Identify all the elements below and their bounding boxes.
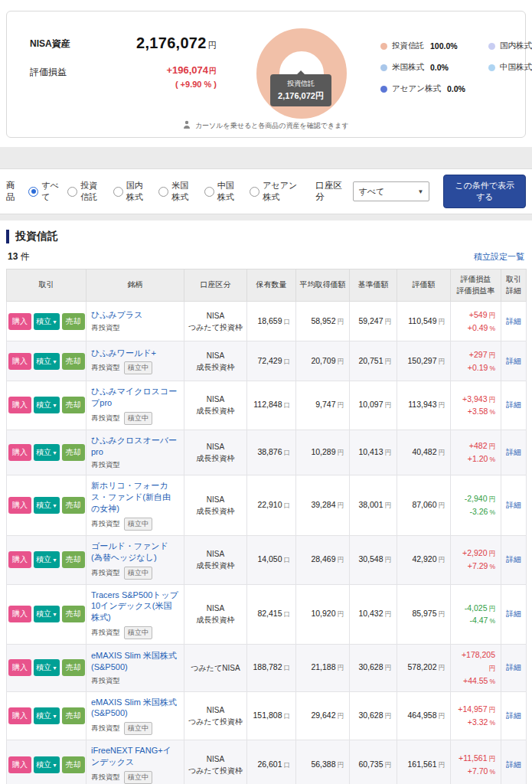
- person-cursor-icon: [183, 120, 191, 129]
- pl-cell: +482円 +1.20%: [451, 430, 501, 475]
- buy-button[interactable]: 購入: [8, 659, 31, 676]
- sell-button[interactable]: 売却: [62, 397, 85, 413]
- pl-rate: +0.19: [468, 363, 488, 372]
- sell-button[interactable]: 売却: [62, 497, 85, 514]
- yen-unit: 円: [385, 761, 392, 769]
- sell-button[interactable]: 売却: [62, 444, 85, 461]
- tsumitate-settings-link[interactable]: 積立設定一覧: [474, 251, 524, 263]
- buy-button[interactable]: 購入: [8, 397, 31, 413]
- radio-icon[interactable]: [204, 187, 214, 197]
- radio-icon[interactable]: [28, 187, 38, 197]
- tsumitate-button[interactable]: 積立▼: [34, 659, 60, 676]
- tsumitate-button[interactable]: 積立▼: [34, 313, 60, 330]
- detail-link[interactable]: 詳細: [506, 448, 521, 456]
- pct-unit: %: [489, 508, 495, 516]
- quantity-cell: 72,429口: [247, 341, 296, 381]
- detail-link[interactable]: 詳細: [506, 609, 521, 618]
- pl-rate: +7.29: [468, 561, 488, 570]
- sell-button[interactable]: 売却: [62, 313, 85, 330]
- buy-button[interactable]: 購入: [8, 444, 31, 461]
- fund-name-link[interactable]: eMAXIS Slim 米国株式(S&P500): [91, 697, 179, 720]
- buy-button[interactable]: 購入: [8, 606, 31, 622]
- product-radio-option[interactable]: アセアン株式: [250, 180, 302, 203]
- valuation-value: 150,297: [408, 356, 437, 365]
- fund-name-link[interactable]: ひふみクロスオーバーpro: [91, 435, 179, 458]
- sell-button[interactable]: 売却: [62, 659, 85, 676]
- buy-button[interactable]: 購入: [8, 353, 31, 370]
- detail-link[interactable]: 詳細: [506, 501, 521, 509]
- avg-price-value: 10,920: [311, 609, 335, 618]
- product-radio-option[interactable]: 投資信託: [67, 180, 105, 203]
- tsumitate-button[interactable]: 積立▼: [34, 551, 60, 568]
- detail-link[interactable]: 詳細: [506, 711, 521, 720]
- fund-name-link[interactable]: ひふみマイクロスコープpro: [91, 386, 179, 409]
- detail-link[interactable]: 詳細: [506, 357, 521, 365]
- tsumitate-button[interactable]: 積立▼: [34, 353, 60, 370]
- account-type-select[interactable]: すべて ▼: [353, 181, 430, 201]
- nav-cell: 30,628円: [350, 645, 397, 691]
- pl-value: +3,943: [462, 394, 487, 403]
- sell-button[interactable]: 売却: [62, 606, 85, 622]
- radio-icon[interactable]: [67, 187, 77, 197]
- detail-link[interactable]: 詳細: [506, 555, 521, 564]
- qty-unit: 口: [284, 449, 291, 456]
- allocation-donut-chart[interactable]: 投資信託 2,176,072円: [256, 28, 351, 123]
- buy-button[interactable]: 購入: [8, 707, 31, 724]
- tsumitate-button[interactable]: 積立▼: [34, 444, 60, 461]
- yen-unit: 円: [439, 401, 446, 409]
- detail-link[interactable]: 詳細: [506, 663, 521, 671]
- tsumitate-button[interactable]: 積立▼: [34, 497, 60, 514]
- product-radio-option[interactable]: 米国株式: [158, 180, 196, 203]
- qty-unit: 口: [284, 556, 291, 564]
- yen-unit: 円: [489, 351, 496, 359]
- detail-link[interactable]: 詳細: [506, 760, 521, 769]
- chevron-down-icon: ▼: [52, 557, 57, 563]
- tsumitate-button[interactable]: 積立▼: [34, 606, 60, 622]
- fund-name-link[interactable]: ゴールド・ファンド(為替ヘッジなし): [91, 541, 179, 564]
- tooltip-value: 2,176,072円: [278, 90, 324, 102]
- section-title: 投資信託: [6, 230, 526, 243]
- qty-unit: 口: [284, 501, 291, 509]
- yen-unit: 円: [338, 318, 344, 325]
- apply-filter-button[interactable]: この条件で表示する: [443, 175, 526, 208]
- column-header: 基準価額: [350, 270, 397, 302]
- assets-label: NISA資産: [30, 34, 90, 52]
- detail-link[interactable]: 詳細: [506, 317, 521, 325]
- product-radio-option[interactable]: 国内株式: [113, 180, 151, 203]
- sell-button[interactable]: 売却: [62, 707, 85, 724]
- valuation-cell: 464,958円: [397, 691, 451, 740]
- column-header: 取引: [7, 270, 86, 302]
- nav-cell: 59,247円: [350, 302, 397, 341]
- pl-value: -4,025: [465, 603, 488, 612]
- sell-button[interactable]: 売却: [62, 756, 85, 773]
- fund-name-link[interactable]: 新ホリコ・フォーカス・ファンド(新自由の女神): [91, 480, 179, 514]
- nav-value: 60,735: [358, 760, 383, 769]
- radio-icon[interactable]: [113, 187, 123, 197]
- yen-unit: 円: [439, 664, 446, 671]
- radio-icon[interactable]: [158, 187, 168, 197]
- product-radio-option[interactable]: 中国株式: [204, 180, 242, 203]
- pl-value: +14,957: [458, 704, 487, 714]
- fund-name-link[interactable]: iFreeNEXT FANG+インデックス: [91, 745, 179, 768]
- buy-button[interactable]: 購入: [8, 497, 31, 514]
- sell-button[interactable]: 売却: [62, 551, 85, 568]
- pl-value: +2,920: [462, 548, 487, 557]
- reinvest-tag: 再投資型: [91, 568, 120, 578]
- fund-name-link[interactable]: ひふみワールド+: [91, 348, 179, 359]
- yen-unit: 円: [489, 550, 496, 557]
- tsumitate-button[interactable]: 積立▼: [34, 707, 60, 724]
- nav-value: 38,001: [358, 500, 383, 509]
- sell-button[interactable]: 売却: [62, 353, 85, 370]
- fund-name-link[interactable]: Tracers S&P500トップ10インデックス(米国株式): [91, 590, 179, 624]
- tsumitate-button[interactable]: 積立▼: [34, 756, 60, 773]
- fund-name-link[interactable]: ひふみプラス: [91, 309, 179, 321]
- fund-name-link[interactable]: eMAXIS Slim 米国株式(S&P500): [91, 650, 179, 673]
- radio-icon[interactable]: [250, 187, 259, 197]
- buy-button[interactable]: 購入: [8, 756, 31, 773]
- yen-unit: 円: [385, 556, 392, 564]
- tsumitate-button[interactable]: 積立▼: [34, 397, 60, 413]
- buy-button[interactable]: 購入: [8, 313, 31, 330]
- product-radio-option[interactable]: すべて: [28, 180, 60, 203]
- buy-button[interactable]: 購入: [8, 551, 31, 568]
- detail-link[interactable]: 詳細: [506, 400, 521, 409]
